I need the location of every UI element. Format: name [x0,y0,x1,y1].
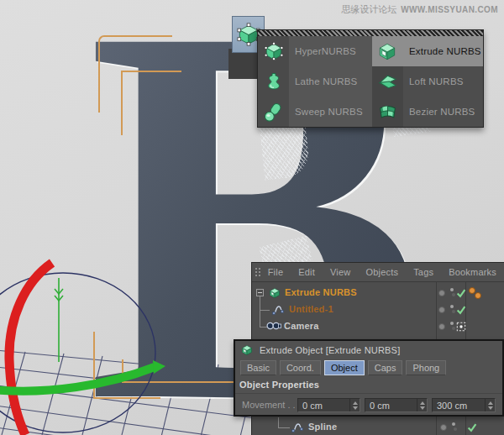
menu-item-label: Bezier NURBS [403,107,475,117]
menu-item-label: HyperNURBS [289,46,356,56]
movement-y-field[interactable]: 0 cm [365,398,428,412]
nurbs-popup-menu: HyperNURBS Lathe NURBS Sweep NURBS [257,29,484,128]
bezier-nurbs-icon [377,102,398,123]
visibility-dot[interactable] [438,290,445,296]
menu-item-label: Sweep NURBS [289,107,363,117]
rotation-band-red[interactable] [9,263,52,435]
editor-dot[interactable] [450,322,454,325]
menu-item-label: Lathe NURBS [289,76,357,86]
movement-x-field[interactable]: 0 cm [297,398,360,412]
menu-item-loft-nurbs[interactable]: Loft NURBS [372,66,483,97]
om-menu-objects[interactable]: Objects [358,267,406,277]
om-menu-file[interactable]: File [260,267,291,277]
attribute-tabs: Basic Coord. Object Caps Phong [240,360,446,375]
menu-item-bezier-nurbs[interactable]: Bezier NURBS [372,97,483,127]
expand-collapse-icon[interactable] [256,289,264,296]
extrude-nurbs-icon [376,40,398,62]
render-dot[interactable] [452,327,455,330]
menu-item-sweep-nurbs[interactable]: Sweep NURBS [258,97,372,127]
menu-item-lathe-nurbs[interactable]: Lathe NURBS [258,66,372,97]
lathe-nurbs-icon [264,71,284,92]
movement-z-field[interactable]: 300 cm [432,398,496,412]
movement-label: Movement . . . . [242,400,306,410]
tree-row-spline[interactable]: Spline [252,419,504,435]
render-target-icon[interactable] [456,322,466,332]
movement-y-value[interactable]: 0 cm [365,401,417,411]
visibility-dot[interactable] [440,424,447,431]
om-menu-tags[interactable]: Tags [406,267,441,277]
watermark: 思缘设计论坛 WWW.MISSYUAN.COM [341,3,498,16]
render-dot[interactable] [454,427,457,431]
movement-x-value[interactable]: 0 cm [298,401,349,411]
tree-row-extrude-nurbs[interactable]: Extrude NURBS [252,285,504,301]
menu-item-hypernurbs[interactable]: HyperNURBS [258,36,372,66]
tab-phong[interactable]: Phong [406,360,446,375]
om-menu-bookmarks[interactable]: Bookmarks [441,267,504,277]
rotation-band-green[interactable] [0,367,155,391]
menu-item-label: Loft NURBS [403,76,464,86]
attribute-manager-panel: Extrude Object [Extrude NURBS] Basic Coo… [234,339,504,417]
attribute-title: Extrude Object [Extrude NURBS] [260,345,400,355]
attribute-header: Extrude Object [Extrude NURBS] [235,341,502,359]
om-menu-edit[interactable]: Edit [291,267,323,277]
section-rule [235,393,502,394]
om-menu-view[interactable]: View [323,267,358,277]
c4d-viewport-window: B B 思缘设计论坛 WWW.MISSYUAN.COM [0,0,504,435]
enabled-check-icon[interactable] [456,305,466,315]
object-label[interactable]: Spline [308,422,337,432]
spinner-arrows[interactable] [485,399,495,411]
object-label[interactable]: Camera [284,321,319,331]
panel-grip[interactable] [255,267,260,278]
movement-z-value[interactable]: 300 cm [433,401,485,411]
sweep-nurbs-icon [263,102,284,123]
extrude-cube-icon [240,343,254,357]
render-dot[interactable] [452,310,455,313]
object-label[interactable]: Extrude NURBS [285,287,357,297]
tree-row-camera[interactable]: Camera [252,318,504,335]
spline-icon [291,421,304,434]
tree-row-untitled-1[interactable]: Untitled-1 [252,301,504,318]
editor-dot[interactable] [450,305,454,308]
loft-nurbs-icon [377,71,398,92]
extrude-cube-icon [268,286,281,300]
watermark-url: WWW.MISSYUAN.COM [401,5,498,14]
enabled-check-icon[interactable] [467,422,477,432]
visibility-dot[interactable] [438,323,445,330]
editor-dot[interactable] [452,422,455,426]
spinner-arrows[interactable] [349,399,360,411]
visibility-dot[interactable] [438,307,445,313]
editor-dot[interactable] [450,288,454,291]
spinner-arrows[interactable] [417,399,427,411]
tab-basic[interactable]: Basic [240,360,276,375]
hypernurbs-icon [263,40,285,62]
green-band-tip [153,360,165,374]
menu-item-extrude-nurbs[interactable]: Extrude NURBS [372,36,483,66]
enabled-check-icon[interactable] [456,288,466,298]
menu-item-label: Extrude NURBS [403,46,481,56]
render-dot[interactable] [452,293,455,296]
tab-object[interactable]: Object [324,360,365,375]
tab-caps[interactable]: Caps [368,360,403,375]
camera-icon [266,321,281,332]
tab-coord[interactable]: Coord. [280,360,321,375]
object-manager-menubar: File Edit View Objects Tags Bookmarks [252,263,504,282]
watermark-cn: 思缘设计论坛 [341,3,396,16]
menu-drag-handle[interactable] [258,30,483,36]
section-object-properties: Object Properties [239,380,319,390]
object-label[interactable]: Untitled-1 [289,304,333,314]
tag-icon-orange[interactable] [475,292,481,299]
spline-icon [271,303,285,317]
